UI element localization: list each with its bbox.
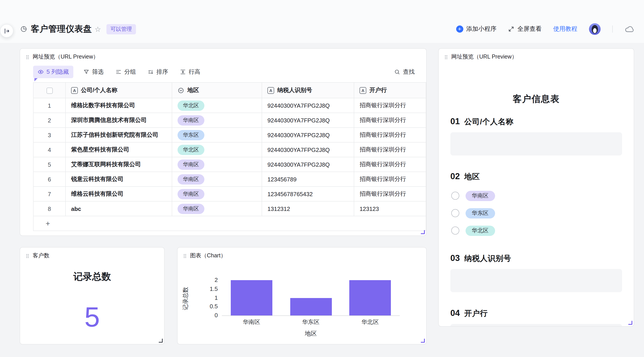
radio-icon[interactable] bbox=[451, 209, 459, 217]
table-body: 1维格比数字科技有限公司华北区92440300YA7FPG2J8Q招商银行深圳分… bbox=[33, 98, 426, 216]
hidden-columns-label: 5 列隐藏 bbox=[46, 68, 69, 76]
region-cell[interactable]: 华北区 bbox=[172, 98, 262, 113]
company-name-cell[interactable]: 紫色星空科技有限公司 bbox=[66, 142, 172, 157]
column-header-bank[interactable]: 开户行 bbox=[354, 82, 426, 98]
row-index-cell[interactable]: 1 bbox=[33, 98, 66, 113]
bank-cell[interactable]: 招商银行深圳分行 bbox=[354, 172, 426, 187]
bank-cell[interactable]: 招商银行深圳分行 bbox=[354, 98, 426, 113]
fullscreen-label: 全屏查看 bbox=[518, 25, 542, 33]
resize-handle[interactable] bbox=[628, 321, 632, 325]
tax-id-cell[interactable]: 92440300YA7FPG2J8Q bbox=[262, 142, 354, 157]
column-header-taxid[interactable]: 纳税人识别号 bbox=[262, 82, 354, 98]
hidden-columns-button[interactable]: 5 列隐藏 bbox=[33, 66, 73, 78]
row-index-cell[interactable]: 5 bbox=[33, 157, 66, 172]
table-widget-header: 网址预览（URL Preview） bbox=[20, 49, 426, 64]
table-header-row: 公司/个人名称 地区 纳税人识别号 开户行 bbox=[33, 82, 426, 98]
radio-icon[interactable] bbox=[451, 227, 459, 235]
fullscreen-button[interactable]: 全屏查看 bbox=[508, 25, 542, 33]
drag-handle-icon[interactable] bbox=[444, 54, 448, 60]
table-toolbar: 5 列隐藏 筛选 分组 排序 bbox=[33, 64, 414, 79]
company-name-cell[interactable]: 维格比数字科技有限公司 bbox=[66, 98, 172, 113]
region-cell[interactable]: 华南区 bbox=[172, 113, 262, 128]
cloud-sync-icon[interactable] bbox=[624, 24, 634, 34]
tax-id-cell[interactable]: 12345678765432 bbox=[262, 187, 354, 201]
region-cell[interactable]: 华北区 bbox=[172, 142, 262, 157]
region-tag: 华南区 bbox=[178, 204, 204, 214]
row-height-button[interactable]: 行高 bbox=[180, 68, 200, 76]
user-avatar[interactable] bbox=[589, 23, 600, 35]
search-label: 查找 bbox=[403, 68, 414, 76]
group-button[interactable]: 分组 bbox=[116, 68, 136, 76]
tutorial-link[interactable]: 使用教程 bbox=[553, 25, 577, 33]
bank-cell[interactable]: 招商银行深圳分行 bbox=[354, 128, 426, 142]
sidebar-expand-icon bbox=[3, 27, 10, 34]
row-index-cell[interactable]: 6 bbox=[33, 172, 66, 187]
region-cell[interactable]: 华东区 bbox=[172, 128, 262, 142]
permission-badge: 可以管理 bbox=[106, 24, 136, 34]
form-widget-header: 网址预览（URL Preview） bbox=[439, 49, 634, 64]
sort-button[interactable]: 排序 bbox=[148, 68, 168, 76]
region-cell[interactable]: 华南区 bbox=[172, 187, 262, 201]
add-row-button[interactable] bbox=[33, 216, 426, 231]
bank-cell[interactable]: 招商银行深圳分行 bbox=[354, 157, 426, 172]
region-option-tag: 华南区 bbox=[466, 191, 495, 201]
bank-cell[interactable]: 123123 bbox=[354, 201, 426, 216]
bank-input[interactable] bbox=[450, 324, 622, 327]
company-name-cell[interactable]: 深圳市腾腾信息技术有限公司 bbox=[66, 113, 172, 128]
company-name-cell[interactable]: 艾蒂娜互联网科技有限公司 bbox=[66, 157, 172, 172]
favorite-star-icon[interactable] bbox=[94, 25, 101, 33]
filter-button[interactable]: 筛选 bbox=[83, 68, 104, 76]
bank-cell[interactable]: 招商银行深圳分行 bbox=[354, 187, 426, 201]
resize-handle[interactable] bbox=[159, 339, 163, 343]
select-all-checkbox[interactable] bbox=[46, 88, 52, 94]
form-field-taxid: 03 纳税人识别号 bbox=[450, 253, 622, 292]
row-index-cell[interactable]: 2 bbox=[33, 113, 66, 128]
region-tag: 华北区 bbox=[178, 145, 204, 155]
row-index-cell[interactable]: 3 bbox=[33, 128, 66, 142]
column-header-region[interactable]: 地区 bbox=[172, 82, 262, 98]
drag-handle-icon[interactable] bbox=[26, 253, 30, 259]
tax-id-input[interactable] bbox=[450, 269, 622, 292]
tax-id-cell[interactable]: 92440300YA7FPG2J8Q bbox=[262, 113, 354, 128]
company-name-cell[interactable]: 维格云科技有限公司 bbox=[66, 187, 172, 201]
company-name-cell[interactable]: abc bbox=[66, 201, 172, 216]
region-option[interactable]: 华东区 bbox=[451, 206, 622, 220]
sidebar-expand-button[interactable] bbox=[0, 24, 14, 37]
tax-id-cell[interactable]: 1312312 bbox=[262, 201, 354, 216]
bank-cell[interactable]: 招商银行深圳分行 bbox=[354, 142, 426, 157]
bank-cell[interactable]: 招商银行深圳分行 bbox=[354, 113, 426, 128]
bar[interactable] bbox=[290, 298, 332, 316]
bar[interactable] bbox=[231, 280, 272, 316]
tax-id-cell[interactable]: 92440300YA7FPG2J8Q bbox=[262, 157, 354, 172]
tax-id-cell[interactable]: 123456789 bbox=[262, 172, 354, 187]
column-header-name[interactable]: 公司/个人名称 bbox=[66, 82, 172, 98]
row-index-cell[interactable]: 7 bbox=[33, 187, 66, 201]
resize-handle[interactable] bbox=[421, 339, 425, 343]
region-cell[interactable]: 华南区 bbox=[172, 157, 262, 172]
y-tick-label: 0.5 bbox=[178, 303, 218, 310]
resize-handle[interactable] bbox=[421, 230, 425, 234]
tax-id-cell[interactable]: 92440300YA7FPG2J8Q bbox=[262, 98, 354, 113]
dashboard-page: 客户管理仪表盘 可以管理 添加小程序 全屏查看 使用教程 bbox=[0, 0, 644, 357]
region-option[interactable]: 华南区 bbox=[451, 189, 622, 202]
row-height-label: 行高 bbox=[189, 68, 200, 76]
row-index-cell[interactable]: 4 bbox=[33, 142, 66, 157]
sort-icon bbox=[148, 69, 154, 75]
y-tick-label: 1.5 bbox=[178, 286, 218, 292]
tax-id-cell[interactable]: 92440300YA7FPG2J8Q bbox=[262, 128, 354, 142]
row-index-cell[interactable]: 8 bbox=[33, 201, 66, 216]
search-button[interactable]: 查找 bbox=[394, 68, 414, 76]
bar[interactable] bbox=[349, 280, 391, 316]
region-cell[interactable]: 华南区 bbox=[172, 201, 262, 216]
radio-icon[interactable] bbox=[451, 192, 459, 200]
add-widget-button[interactable]: 添加小程序 bbox=[456, 25, 496, 33]
table-row: 2深圳市腾腾信息技术有限公司华南区92440300YA7FPG2J8Q招商银行深… bbox=[33, 113, 426, 128]
x-tick-label: 华南区 bbox=[222, 318, 281, 326]
drag-handle-icon[interactable] bbox=[26, 54, 30, 60]
company-name-cell[interactable]: 锐意云科技有限公司 bbox=[66, 172, 172, 187]
company-name-cell[interactable]: 江苏子信科技创新研究院有限公司 bbox=[66, 128, 172, 142]
region-option[interactable]: 华北区 bbox=[451, 224, 622, 237]
company-name-input[interactable] bbox=[450, 132, 622, 155]
region-cell[interactable]: 华南区 bbox=[172, 172, 262, 187]
add-row bbox=[33, 216, 426, 231]
